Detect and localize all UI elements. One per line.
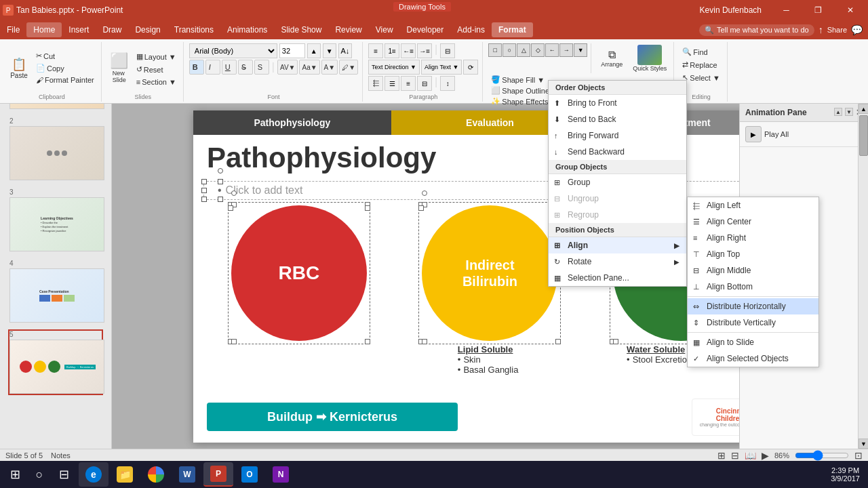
minimize-button[interactable]: ─	[771, 0, 802, 20]
cut-button[interactable]: ✂ Cut	[33, 50, 97, 62]
taskbar-powerpoint[interactable]: P	[203, 462, 233, 487]
h-br-rbc[interactable]	[365, 339, 370, 344]
search-button[interactable]: ○	[27, 462, 52, 487]
numbering-button[interactable]: 1≡	[384, 43, 399, 58]
ungroup-item[interactable]: ⊟ Ungroup	[549, 190, 686, 207]
menu-draw[interactable]: Draw	[96, 22, 128, 37]
view-sorter-button[interactable]: ⊟	[731, 450, 739, 461]
slide-thumbnail-4[interactable]: 4 Case Presentation	[8, 258, 103, 324]
align-middle-item[interactable]: ⊟ Align Middle	[688, 262, 818, 279]
taskbar-chrome[interactable]	[141, 462, 171, 487]
change-case-button[interactable]: Aa▼	[299, 60, 319, 75]
slide-thumbnail-3[interactable]: 3 Learning Objectives• Describe the• Exp…	[8, 187, 103, 253]
align-center-button[interactable]: ☰	[384, 76, 399, 91]
find-button[interactable]: 🔍 Find	[679, 46, 723, 58]
align-center-item[interactable]: ☰ Align Center	[688, 214, 818, 230]
notes-button[interactable]: Notes	[51, 451, 71, 460]
view-slideshow-button[interactable]: ▶	[762, 450, 769, 461]
rot-rbc[interactable]	[231, 190, 237, 196]
handle-ml[interactable]	[201, 188, 207, 193]
scroll-down-button[interactable]: ▼	[859, 439, 868, 449]
align-selected-objects-item[interactable]: ✓ Align Selected Objects	[688, 350, 818, 367]
menu-file[interactable]: File	[0, 22, 26, 37]
copy-button[interactable]: 📄 Copy	[33, 62, 97, 74]
shape-tool-1[interactable]: □	[488, 43, 502, 57]
align-bottom-item[interactable]: ⊥ Align Bottom	[688, 279, 818, 295]
handle-tm[interactable]	[218, 179, 223, 184]
shadow-button[interactable]: S	[254, 60, 269, 75]
font-name-select[interactable]: Arial (Body)	[189, 43, 277, 58]
taskbar-onenote[interactable]: N	[266, 462, 296, 487]
handle-bm[interactable]	[218, 197, 223, 202]
scroll-up-button[interactable]: ▲	[859, 104, 868, 114]
shape-tool-2[interactable]: ○	[502, 43, 516, 57]
menu-transitions[interactable]: Transitions	[167, 22, 220, 37]
menu-review[interactable]: Review	[328, 22, 368, 37]
menu-slideshow[interactable]: Slide Show	[274, 22, 328, 37]
h-bm-rbc[interactable]	[231, 339, 237, 344]
replace-button[interactable]: ⇄ Replace	[679, 59, 723, 70]
bring-forward-item[interactable]: ↑ Bring Forward	[549, 127, 686, 144]
tab-pathophysiology[interactable]: Pathophysiology	[193, 110, 391, 135]
regroup-item[interactable]: ⊞ Regroup	[549, 207, 686, 223]
vertical-scrollbar[interactable]: ▲ ▼	[858, 104, 868, 449]
menu-format[interactable]: Format	[492, 22, 533, 37]
comment-icon[interactable]: 💬	[851, 24, 863, 35]
quick-styles-button[interactable]: Quick Styles	[630, 43, 669, 73]
align-top-item[interactable]: ⊤ Align Top	[688, 246, 818, 262]
clear-formatting-button[interactable]: A↓	[338, 43, 352, 58]
bullets-button[interactable]: ≡	[368, 43, 383, 58]
h-bm-dir[interactable]	[613, 339, 618, 344]
shape-tool-6[interactable]: →	[559, 43, 573, 57]
menu-developer[interactable]: Developer	[400, 22, 451, 37]
strikethrough-button[interactable]: S̶	[238, 60, 253, 75]
slide-thumbnail-2[interactable]: 2	[8, 116, 103, 182]
h-br-ind[interactable]	[555, 339, 561, 344]
arrange-button[interactable]: ⧉ Arrange	[595, 43, 629, 73]
menu-insert[interactable]: Insert	[62, 22, 96, 37]
align-left-button[interactable]: ⬱	[368, 76, 383, 91]
rotate-item[interactable]: ↻ Rotate ▶	[549, 253, 686, 270]
anim-pane-scroll-up[interactable]: ▲	[834, 108, 842, 116]
play-all-button[interactable]: ▶	[745, 126, 762, 142]
group-item[interactable]: ⊞ Group	[549, 174, 686, 190]
menu-home[interactable]: Home	[26, 22, 62, 37]
align-left-item[interactable]: ⬱ Align Left	[688, 197, 818, 214]
shape-more-button[interactable]: ▼	[574, 43, 587, 57]
distribute-horizontally-item[interactable]: ⇔ Distribute Horizontally	[688, 298, 818, 314]
section-button[interactable]: ≡ Section ▼	[134, 77, 179, 87]
convert-smartart-button[interactable]: ⟳	[463, 60, 478, 75]
reset-button[interactable]: ↺ Reset	[134, 64, 179, 75]
h-ml-rbc[interactable]	[228, 205, 233, 211]
menu-view[interactable]: View	[369, 22, 400, 37]
share-icon[interactable]: ↑	[818, 24, 823, 35]
menu-animations[interactable]: Animations	[220, 22, 274, 37]
h-mr-rbc[interactable]	[365, 205, 370, 211]
taskbar-ie[interactable]: e	[79, 462, 108, 487]
selection-pane-item[interactable]: ▦ Selection Pane...	[549, 270, 686, 286]
justify-button[interactable]: ⊟	[417, 76, 432, 91]
menu-addins[interactable]: Add-ins	[450, 22, 492, 37]
font-color-button[interactable]: A▼	[321, 60, 338, 75]
text-direction-button[interactable]: Text Direction ▼	[368, 60, 420, 75]
distribute-vertically-item[interactable]: ⇕ Distribute Vertically	[688, 314, 818, 331]
taskbar-explorer[interactable]: 📁	[110, 462, 140, 487]
send-to-back-item[interactable]: ⬇ Send to Back	[549, 111, 686, 127]
h-bm-ind[interactable]	[422, 339, 427, 344]
view-normal-button[interactable]: ⊞	[717, 450, 726, 461]
underline-button[interactable]: U	[222, 60, 237, 75]
view-reading-button[interactable]: 📖	[745, 450, 756, 461]
bold-button[interactable]: B	[189, 60, 204, 75]
fit-slide-button[interactable]: ⊡	[854, 450, 863, 461]
columns-button[interactable]: ⊟	[440, 43, 455, 58]
char-spacing-button[interactable]: AV▼	[277, 60, 298, 75]
layout-button[interactable]: ▦ Layout ▼	[134, 51, 179, 62]
shape-tool-4[interactable]: ◇	[531, 43, 545, 57]
font-size-increase[interactable]: ▲	[307, 43, 321, 58]
restore-button[interactable]: ❐	[803, 0, 833, 20]
taskbar-word[interactable]: W	[172, 462, 202, 487]
scroll-thumb[interactable]	[859, 115, 868, 156]
share-label[interactable]: Share	[827, 26, 847, 34]
align-item[interactable]: ⊞ Align ▶	[549, 237, 686, 253]
align-right-button[interactable]: ≡	[401, 76, 416, 91]
